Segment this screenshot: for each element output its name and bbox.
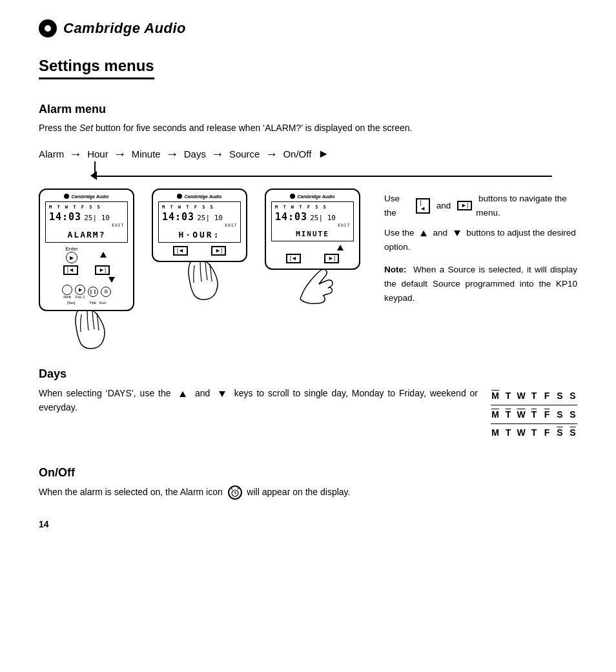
- day-T2-3: T: [529, 424, 539, 442]
- device-2-edit: EDIT: [162, 223, 237, 227]
- day-S-1: S: [555, 387, 564, 405]
- hand-svg-3: [291, 263, 342, 309]
- device-3-up-arrow: [337, 245, 344, 250]
- desc-adjust-text2: and: [431, 228, 450, 238]
- day-T2-2: T: [529, 406, 539, 423]
- flow-diagram: Alarm Hour Minute Days Source On/Off ►: [39, 147, 577, 177]
- days-table: M T W T F S S M T W T F S S M T: [491, 386, 577, 442]
- desc-nav-text1: Use the: [384, 192, 412, 219]
- intro-text: Press the Set button for five seconds an…: [39, 121, 577, 135]
- alarm-clock-svg: [230, 487, 240, 498]
- days-up-icon: [180, 391, 186, 397]
- note-text: When a Source is selected, it will displ…: [384, 265, 577, 302]
- device-1-edit: EDIT: [49, 223, 124, 227]
- days-row: When selecting ‘DAYS’, use the and keys …: [39, 386, 577, 442]
- device-1-date: 25| 10: [84, 214, 110, 222]
- device-1-bottom-row: Shift ▶ Fav 1 ❙❙ ☰: [62, 285, 111, 299]
- device-1-top-controls: Enter ▶: [65, 246, 107, 263]
- svg-line-3: [231, 488, 232, 489]
- day-T-1: T: [504, 387, 513, 405]
- page-number: 14: [39, 519, 577, 529]
- hand-svg-2: [178, 256, 229, 301]
- device-1-nav-row: |◄ ►|: [63, 265, 110, 275]
- day-S-3: S: [555, 424, 564, 442]
- device-1-enter-btn[interactable]: ▶: [66, 252, 77, 263]
- device-1-shift-btn[interactable]: [62, 285, 72, 295]
- device-1-bottom-labels: |Set| Title Exit: [67, 301, 106, 305]
- device-1-menu-btn[interactable]: ☰: [101, 287, 111, 297]
- flow-arrow-2: [114, 147, 127, 161]
- device-1-pause-btn[interactable]: ❙❙: [88, 287, 98, 297]
- desc-nav-line: Use the |◄ and ►| buttons to navigate th…: [384, 192, 577, 219]
- days-down-icon: [219, 391, 225, 397]
- flow-end-arrow: ►: [318, 147, 329, 161]
- onoff-section: On/Off When the alarm is selected on, th…: [39, 466, 577, 500]
- device-3-container: Cambridge Audio M T W T F S S 14:03 25| …: [265, 188, 368, 311]
- day-W-2: W: [517, 406, 526, 423]
- day-F-3: F: [542, 424, 551, 442]
- description-area: Use the |◄ and ►| buttons to navigate th…: [378, 188, 577, 305]
- device-1-fav1-btn[interactable]: ▶: [75, 285, 85, 295]
- desc-nav-text2: and: [434, 199, 453, 213]
- header: Cambridge Audio: [39, 19, 577, 37]
- desc-adjust-line: Use the and buttons to adjust the desire…: [384, 226, 577, 254]
- brand-name: Cambridge Audio: [63, 20, 186, 37]
- flow-minute: Minute: [132, 148, 161, 159]
- device-3-display: MINUTE: [275, 230, 350, 238]
- device-1-screen: M T W T F S S 14:03 25| 10 EDIT ALARM?: [45, 201, 128, 243]
- device-1-down-row: [45, 277, 128, 283]
- days-text-area: When selecting ‘DAYS’, use the and keys …: [39, 386, 478, 415]
- device-3-next-btn[interactable]: ►|: [324, 254, 339, 263]
- device-2-controls: |◄ ►|: [158, 246, 241, 256]
- device-2-brand: Cambridge Audio: [158, 194, 241, 199]
- device-3: Cambridge Audio M T W T F S S 14:03 25| …: [265, 188, 360, 270]
- desc-nav-text3: buttons to navigate the menu.: [476, 192, 577, 219]
- note-paragraph: Note: When a Source is selected, it will…: [384, 263, 577, 305]
- svg-line-2: [235, 493, 236, 494]
- device-2-nav-row: |◄ ►|: [173, 246, 227, 256]
- device-2-screen: M T W T F S S 14:03 25| 10 EDIT H·OUR:: [158, 201, 241, 243]
- device-1-prev-btn[interactable]: |◄: [63, 265, 78, 275]
- device-1-display: ALARM?: [49, 230, 124, 239]
- day-F-1: F: [542, 387, 551, 405]
- device-3-prev-btn[interactable]: |◄: [286, 254, 301, 263]
- device-1-container: Cambridge Audio M T W T F S S 14:03 25| …: [39, 188, 142, 352]
- device-3-time: 14:03: [275, 211, 307, 223]
- device-2-display: H·OUR:: [162, 230, 237, 239]
- device-3-date: 25| 10: [310, 214, 336, 222]
- day-W-1: W: [517, 387, 526, 405]
- next-nav-icon: ►|: [457, 201, 472, 210]
- days-section: Days When selecting ‘DAYS’, use the and …: [39, 367, 577, 442]
- device-1-up-arrow: [100, 252, 107, 258]
- day-T-3: T: [504, 424, 513, 442]
- devices-row: Cambridge Audio M T W T F S S 14:03 25| …: [39, 188, 577, 352]
- device-1-controls: Enter ▶ |◄ ►|: [45, 246, 128, 305]
- device-3-days: M T W T F S S: [275, 205, 350, 210]
- flow-onoff: On/Off: [283, 148, 311, 159]
- device-3-screen: M T W T F S S 14:03 25| 10 EDIT MINUTE: [271, 201, 354, 241]
- flow-source: Source: [229, 148, 260, 159]
- return-path: [94, 161, 552, 177]
- day-M-1: M: [491, 387, 500, 405]
- up-triangle-icon: [420, 230, 427, 236]
- alarm-menu-title: Alarm menu: [39, 103, 577, 116]
- onoff-text1: When the alarm is selected on, the Alarm…: [39, 487, 225, 497]
- device-2-days: M T W T F S S: [162, 205, 237, 210]
- device-2-next-btn[interactable]: ►|: [211, 246, 226, 256]
- days-row-3: M T W T F S S: [491, 424, 577, 442]
- device-1-days: M T W T F S S: [49, 205, 124, 210]
- device-1: Cambridge Audio M T W T F S S 14:03 25| …: [39, 188, 134, 311]
- device-2-time: 14:03: [162, 211, 194, 223]
- device-1-brand: Cambridge Audio: [45, 194, 128, 199]
- device-2-hand: [152, 256, 255, 303]
- onoff-title: On/Off: [39, 466, 577, 480]
- device-1-next-btn[interactable]: ►|: [95, 265, 110, 275]
- device-1-enter-label: Enter: [65, 246, 77, 252]
- device-1-time: 14:03: [49, 211, 81, 223]
- desc-adjust-text1: Use the: [384, 228, 416, 238]
- device-1-hand: [39, 305, 142, 352]
- device-2-prev-btn[interactable]: |◄: [173, 246, 188, 256]
- flow-hour: Hour: [87, 148, 108, 159]
- flow-arrow-3: [166, 147, 179, 161]
- day-T-2: T: [504, 406, 513, 423]
